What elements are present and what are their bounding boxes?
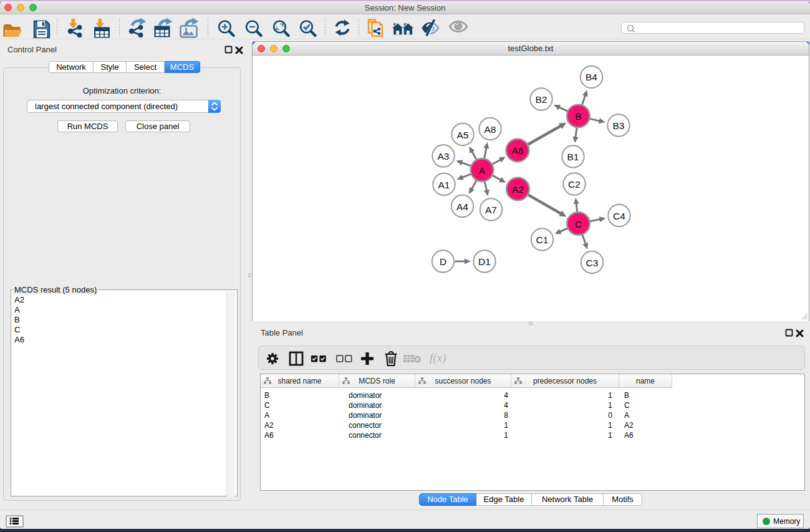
svg-text:A6: A6: [512, 145, 524, 156]
svg-text:C3: C3: [586, 258, 599, 268]
svg-text:B2: B2: [536, 94, 547, 105]
svg-text:B1: B1: [567, 152, 579, 162]
svg-text:A8: A8: [485, 124, 496, 135]
svg-text:A1: A1: [438, 180, 450, 190]
svg-text:A2: A2: [512, 184, 524, 195]
svg-text:A5: A5: [457, 130, 469, 140]
svg-text:D1: D1: [478, 256, 491, 267]
svg-text:A3: A3: [438, 151, 450, 162]
svg-text:C2: C2: [568, 179, 581, 190]
svg-text:C1: C1: [536, 235, 549, 245]
svg-text:A: A: [479, 165, 486, 176]
svg-text:B4: B4: [586, 72, 597, 82]
svg-text:C4: C4: [613, 211, 625, 221]
svg-text:B3: B3: [613, 120, 625, 131]
svg-text:B: B: [575, 111, 581, 122]
svg-text:D: D: [440, 256, 446, 267]
svg-text:C: C: [575, 219, 582, 230]
svg-text:A4: A4: [456, 201, 468, 212]
svg-text:A7: A7: [485, 205, 497, 215]
